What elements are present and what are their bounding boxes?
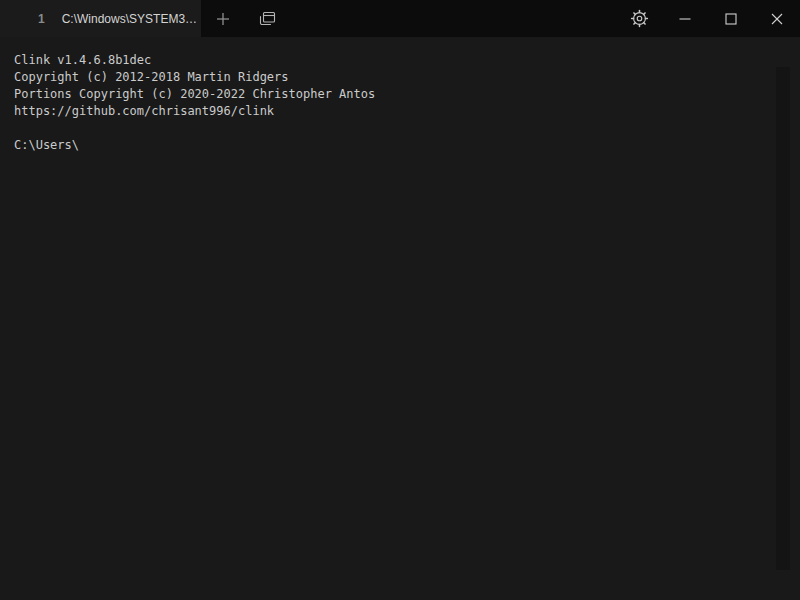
minimize-button[interactable] (662, 0, 708, 37)
gear-icon (630, 9, 649, 28)
titlebar: 1 C:\Windows\SYSTEM3… (0, 0, 800, 37)
maximize-icon (725, 13, 737, 25)
maximize-button[interactable] (708, 0, 754, 37)
terminal-tab[interactable]: 1 C:\Windows\SYSTEM3… (0, 0, 201, 37)
terminal-output[interactable]: Clink v1.4.6.8b1decCopyright (c) 2012-20… (0, 37, 800, 600)
terminal-scrollbar[interactable] (776, 67, 790, 570)
terminal-line (14, 120, 776, 137)
settings-button[interactable] (616, 0, 662, 37)
plus-icon (216, 12, 230, 26)
tab-switcher-button[interactable] (245, 0, 289, 37)
terminal-line: https://github.com/chrisant996/clink (14, 103, 776, 120)
minimize-icon (679, 13, 691, 25)
tab-title: C:\Windows\SYSTEM3… (62, 12, 197, 26)
titlebar-drag-region[interactable] (289, 0, 616, 37)
terminal-line: C:\Users\ (14, 137, 776, 154)
new-tab-button[interactable] (201, 0, 245, 37)
terminal-line: Portions Copyright (c) 2020-2022 Christo… (14, 86, 776, 103)
terminal-lines: Clink v1.4.6.8b1decCopyright (c) 2012-20… (14, 52, 776, 154)
terminal-line: Copyright (c) 2012-2018 Martin Ridgers (14, 69, 776, 86)
close-button[interactable] (754, 0, 800, 37)
windows-icon (257, 9, 277, 29)
tab-index: 1 (38, 12, 45, 26)
close-icon (771, 13, 783, 25)
terminal-line: Clink v1.4.6.8b1dec (14, 52, 776, 69)
terminal-window: 1 C:\Windows\SYSTEM3… (0, 0, 800, 600)
